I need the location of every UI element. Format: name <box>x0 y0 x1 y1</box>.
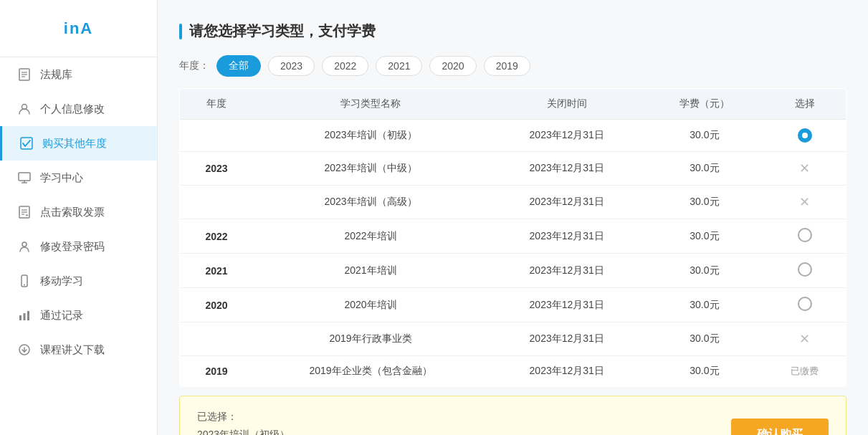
row-price: 30.0元 <box>646 288 764 322</box>
radio-empty-icon[interactable] <box>798 262 812 277</box>
table-row: 2020 2020年培训 2023年12月31日 30.0元 <box>180 288 846 322</box>
table-row: 2019 2019年企业类（包含金融） 2023年12月31日 30.0元 已缴… <box>180 356 846 387</box>
year-btn-2023[interactable]: 2023 <box>268 56 315 76</box>
book-icon <box>17 67 32 82</box>
col-year: 年度 <box>180 89 254 120</box>
row-price: 30.0元 <box>646 356 764 387</box>
row-year: 2021 <box>180 254 254 288</box>
sidebar-item-download[interactable]: 课程讲义下载 <box>0 333 157 367</box>
invoice-icon <box>17 205 32 219</box>
row-name: 2022年培训 <box>253 219 488 254</box>
row-select[interactable] <box>763 254 846 288</box>
sidebar-item-learning[interactable]: 学习中心 <box>0 161 157 195</box>
disabled-x-icon: ✕ <box>799 161 810 176</box>
sidebar-label: 学习中心 <box>40 171 83 185</box>
row-select[interactable] <box>763 288 846 322</box>
row-select[interactable] <box>763 219 846 254</box>
logo-text: inA <box>64 19 93 38</box>
sidebar-label: 购买其他年度 <box>42 137 107 150</box>
sidebar-label: 移动学习 <box>40 274 83 288</box>
sidebar-label: 通过记录 <box>40 309 83 322</box>
year-btn-2021[interactable]: 2021 <box>376 56 422 76</box>
row-year: 2020 <box>180 288 254 322</box>
row-name: 2023年培训（中级） <box>253 152 488 186</box>
row-name: 2019年企业类（包含金融） <box>253 356 488 387</box>
user-icon <box>17 102 32 116</box>
row-close-date: 2023年12月31日 <box>488 322 646 356</box>
row-year <box>180 322 254 356</box>
confirm-purchase-button[interactable]: 确认购买 <box>731 419 829 435</box>
row-year <box>180 186 254 219</box>
year-btn-2020[interactable]: 2020 <box>429 56 476 76</box>
courses-table: 年度 学习类型名称 关闭时间 学费（元） 选择 2023年培训（初级） 2023… <box>179 88 846 387</box>
row-select: ✕ <box>763 152 846 186</box>
row-name: 2021年培训 <box>253 254 488 288</box>
sidebar: inA 法规库 个人信息修改 购买其他年度 <box>0 0 158 435</box>
lock-user-icon <box>17 239 32 254</box>
year-filter: 年度： 全部 2023 2022 2021 2020 2019 <box>179 55 846 77</box>
summary-item: 2023年培训（初级） <box>197 426 329 435</box>
row-price: 30.0元 <box>646 152 764 186</box>
year-btn-2019[interactable]: 2019 <box>484 56 530 76</box>
radio-empty-icon[interactable] <box>798 297 812 311</box>
col-close: 关闭时间 <box>488 89 646 120</box>
col-select: 选择 <box>763 89 846 120</box>
table-row: 2023年培训（初级） 2023年12月31日 30.0元 <box>180 120 846 152</box>
col-price: 学费（元） <box>646 89 764 120</box>
disabled-x-icon: ✕ <box>799 332 810 346</box>
svg-rect-16 <box>19 315 22 320</box>
row-select[interactable] <box>763 120 846 152</box>
radio-empty-icon[interactable] <box>798 228 812 242</box>
row-price: 30.0元 <box>646 254 764 288</box>
chart-icon <box>17 308 32 322</box>
table-row: 2023年培训（高级） 2023年12月31日 30.0元 ✕ <box>180 186 846 219</box>
sidebar-item-fagui[interactable]: 法规库 <box>0 57 157 92</box>
row-close-date: 2023年12月31日 <box>488 288 646 322</box>
main-content: 请您选择学习类型，支付学费 年度： 全部 2023 2022 2021 2020… <box>158 0 868 435</box>
row-close-date: 2023年12月31日 <box>488 356 646 387</box>
sidebar-item-purchase[interactable]: 购买其他年度 <box>0 126 157 161</box>
screen-icon <box>17 171 32 185</box>
download-icon <box>17 343 32 357</box>
row-year <box>180 120 254 152</box>
checkbox-icon <box>19 136 34 150</box>
paid-badge: 已缴费 <box>791 365 819 376</box>
sidebar-item-invoice[interactable]: 点击索取发票 <box>0 195 157 229</box>
svg-rect-6 <box>19 173 30 181</box>
year-btn-2022[interactable]: 2022 <box>322 56 368 76</box>
summary-text: 已选择： 2023年培训（初级） 累计一年度课程，共计30元。 <box>197 408 329 435</box>
row-name: 2023年培训（初级） <box>253 120 488 152</box>
mobile-icon <box>17 274 32 288</box>
svg-rect-17 <box>24 313 26 320</box>
page-title: 请您选择学习类型，支付学费 <box>179 21 846 41</box>
year-filter-label: 年度： <box>179 59 209 72</box>
row-year: 2022 <box>180 219 254 254</box>
row-name: 2019年行政事业类 <box>253 322 488 356</box>
row-year: 2023 <box>180 152 254 186</box>
svg-point-13 <box>22 242 27 247</box>
row-select: ✕ <box>763 322 846 356</box>
radio-selected-icon[interactable] <box>798 128 812 143</box>
disabled-x-icon: ✕ <box>799 195 810 209</box>
sidebar-item-password[interactable]: 修改登录密码 <box>0 229 157 264</box>
sidebar-item-records[interactable]: 通过记录 <box>0 298 157 333</box>
sidebar-label: 个人信息修改 <box>40 102 105 116</box>
summary-label: 已选择： <box>197 408 329 426</box>
sidebar-item-personal[interactable]: 个人信息修改 <box>0 92 157 126</box>
sidebar-item-mobile[interactable]: 移动学习 <box>0 264 157 298</box>
row-name: 2023年培训（高级） <box>253 186 488 219</box>
year-btn-all[interactable]: 全部 <box>216 55 261 77</box>
table-row: 2023 2023年培训（中级） 2023年12月31日 30.0元 ✕ <box>180 152 846 186</box>
row-price: 30.0元 <box>646 120 764 152</box>
row-price: 30.0元 <box>646 186 764 219</box>
table-row: 2022 2022年培训 2023年12月31日 30.0元 <box>180 219 846 254</box>
sidebar-logo: inA <box>0 0 157 57</box>
row-select: ✕ <box>763 186 846 219</box>
row-close-date: 2023年12月31日 <box>488 120 646 152</box>
sidebar-label: 课程讲义下载 <box>40 343 105 357</box>
row-close-date: 2023年12月31日 <box>488 254 646 288</box>
table-row: 2021 2021年培训 2023年12月31日 30.0元 <box>180 254 846 288</box>
row-price: 30.0元 <box>646 322 764 356</box>
svg-point-15 <box>24 285 25 286</box>
svg-rect-18 <box>27 311 29 320</box>
